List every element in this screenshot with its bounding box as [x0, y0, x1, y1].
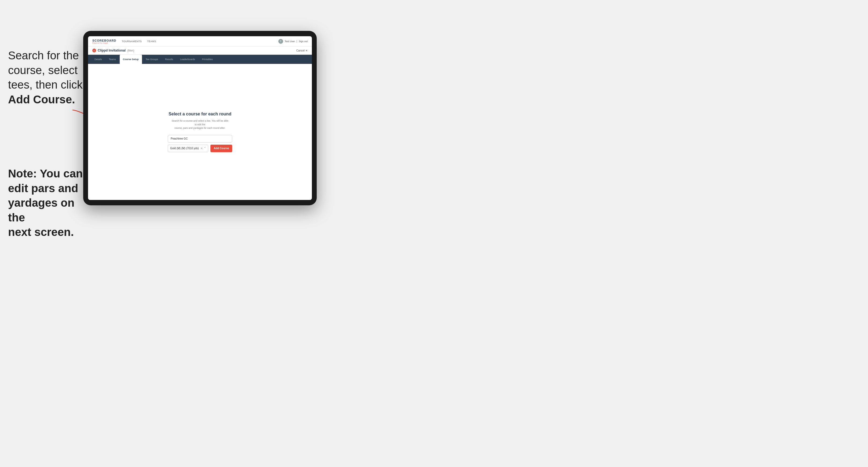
tab-printables[interactable]: Printables: [199, 55, 216, 64]
clippd-icon: C: [92, 49, 96, 52]
annotation-main: Search for the course, select tees, then…: [8, 48, 83, 107]
user-avatar: T: [278, 39, 283, 44]
nav-teams[interactable]: TEAMS: [147, 40, 156, 43]
nav-separator: |: [297, 40, 297, 43]
chevron-down-icon: ⌃: [204, 147, 206, 150]
tablet-device: SCOREBOARD Powered by clippd TOURNAMENTS…: [83, 31, 317, 205]
tee-select-row: Gold (M) (M) (7010 yds) ✕ ⌃ Add Course: [168, 145, 232, 152]
add-course-button[interactable]: Add Course: [210, 145, 232, 152]
tee-select-dropdown[interactable]: Gold (M) (M) (7010 yds) ✕ ⌃: [168, 145, 208, 152]
tournament-type: (Men): [127, 49, 134, 52]
course-select-title: Select a course for each round: [168, 112, 231, 117]
main-content: Select a course for each round Search fo…: [88, 64, 312, 200]
clear-icon[interactable]: ✕: [200, 147, 203, 150]
sign-out-link[interactable]: Sign out: [299, 40, 308, 43]
tab-course-setup[interactable]: Course Setup: [120, 55, 142, 64]
tee-select-controls: ✕ ⌃: [200, 147, 206, 150]
tab-tee-groups[interactable]: Tee Groups: [143, 55, 162, 64]
logo-title: SCOREBOARD: [92, 39, 116, 42]
tab-results[interactable]: Results: [162, 55, 176, 64]
logo-area: SCOREBOARD Powered by clippd: [92, 39, 116, 44]
nav-left: SCOREBOARD Powered by clippd TOURNAMENTS…: [92, 39, 156, 44]
top-nav: SCOREBOARD Powered by clippd TOURNAMENTS…: [88, 36, 312, 46]
tee-select-value: Gold (M) (M) (7010 yds): [170, 147, 199, 150]
tablet-screen: SCOREBOARD Powered by clippd TOURNAMENTS…: [88, 36, 312, 200]
tab-nav: Details Teams Course Setup Tee Groups Re…: [88, 55, 312, 64]
tournament-name: Clippd Invitational: [98, 49, 126, 52]
course-select-desc: Search for a course and select a tee. Yo…: [170, 119, 229, 130]
annotation-note: Note: You can edit pars and yardages on …: [8, 166, 83, 240]
nav-tournaments[interactable]: TOURNAMENTS: [122, 40, 142, 43]
tab-leaderboards[interactable]: Leaderboards: [177, 55, 198, 64]
user-label: Test User: [285, 40, 295, 43]
cancel-button[interactable]: Cancel ✕: [296, 49, 308, 52]
logo-subtitle: Powered by clippd: [92, 42, 116, 44]
tournament-header: C Clippd Invitational (Men) Cancel ✕: [88, 46, 312, 55]
tab-teams[interactable]: Teams: [106, 55, 119, 64]
course-search-input[interactable]: [168, 135, 232, 143]
tournament-name-area: C Clippd Invitational (Men): [92, 49, 134, 52]
nav-right: T Test User | Sign out: [278, 39, 308, 44]
tab-details[interactable]: Details: [91, 55, 105, 64]
